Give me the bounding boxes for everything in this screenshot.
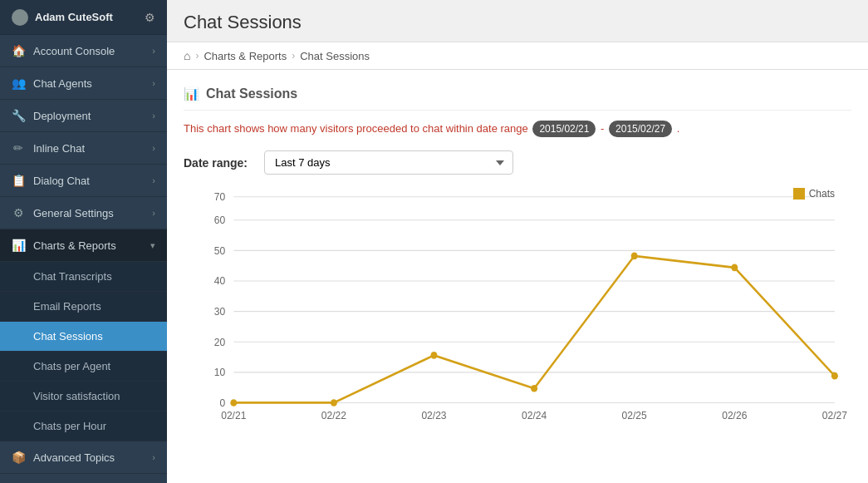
data-point-3 bbox=[531, 385, 537, 392]
chart-container: Chats 0 10 20 30 40 bbox=[184, 188, 851, 421]
sidebar-label-general-settings: General Settings bbox=[33, 207, 114, 219]
chart-line bbox=[233, 256, 835, 403]
description-prefix: This chart shows how many visitors proce… bbox=[184, 122, 528, 135]
chevron-icon: › bbox=[152, 78, 155, 88]
description-text: This chart shows how many visitors proce… bbox=[184, 121, 851, 137]
svg-text:02/27: 02/27 bbox=[822, 409, 847, 421]
sidebar-label-account-console: Account Console bbox=[33, 45, 115, 57]
date-to-badge: 2015/02/27 bbox=[609, 121, 672, 137]
sidebar-label-chat-agents: Chat Agents bbox=[33, 77, 92, 90]
charts-icon: 📊 bbox=[12, 239, 25, 252]
breadcrumb-home-icon[interactable]: ⌂ bbox=[184, 49, 190, 62]
inline-chat-icon: ✏ bbox=[12, 141, 25, 155]
svg-text:20: 20 bbox=[214, 336, 225, 347]
sidebar-item-account-console[interactable]: 🏠 Account Console › bbox=[0, 35, 167, 67]
date-range-select[interactable]: Last 7 days Last 30 days Last 90 days Cu… bbox=[264, 150, 513, 175]
sidebar-label-charts-reports: Charts & Reports bbox=[33, 239, 116, 252]
sidebar-item-general-settings[interactable]: ⚙ General Settings › bbox=[0, 197, 167, 229]
agents-icon: 👥 bbox=[12, 76, 25, 90]
breadcrumb: ⌂ › Charts & Reports › Chat Sessions bbox=[167, 42, 868, 70]
chevron-icon: › bbox=[152, 175, 155, 185]
description-dash: - bbox=[601, 122, 607, 135]
section-chart-icon: 📊 bbox=[184, 86, 199, 101]
chevron-down-icon: ▾ bbox=[150, 240, 155, 251]
settings-icon: ⚙ bbox=[12, 206, 25, 219]
main-content: Chat Sessions ⌂ › Charts & Reports › Cha… bbox=[167, 0, 868, 483]
chevron-icon: › bbox=[152, 143, 155, 153]
sidebar-item-chat-transcripts[interactable]: Chat Transcripts bbox=[0, 262, 167, 292]
data-point-1 bbox=[331, 399, 337, 407]
sidebar-user[interactable]: Adam CuteSoft bbox=[12, 9, 113, 26]
sidebar-username: Adam CuteSoft bbox=[35, 11, 113, 23]
dialog-chat-icon: 📋 bbox=[12, 174, 25, 187]
breadcrumb-sep: › bbox=[195, 50, 199, 62]
sidebar-item-dialog-chat[interactable]: 📋 Dialog Chat › bbox=[0, 165, 167, 197]
submenu-label-email-reports: Email Reports bbox=[33, 300, 101, 313]
chevron-icon: › bbox=[152, 208, 155, 218]
legend-color-swatch bbox=[793, 188, 805, 200]
data-point-0 bbox=[230, 399, 237, 407]
chat-sessions-chart: 0 10 20 30 40 50 60 70 02/21 02/22 02/23… bbox=[184, 188, 851, 421]
sidebar: Adam CuteSoft ⚙ 🏠 Account Console › 👥 Ch… bbox=[0, 0, 167, 483]
sidebar-item-advanced-topics[interactable]: 📦 Advanced Topics › bbox=[0, 441, 167, 474]
advanced-topics-icon: 📦 bbox=[12, 451, 25, 464]
svg-text:40: 40 bbox=[214, 275, 225, 287]
svg-text:02/21: 02/21 bbox=[221, 409, 246, 421]
data-point-2 bbox=[430, 352, 437, 359]
breadcrumb-sep2: › bbox=[292, 50, 295, 62]
sidebar-header: Adam CuteSoft ⚙ bbox=[0, 0, 167, 35]
sidebar-label-deployment: Deployment bbox=[33, 110, 91, 122]
date-from-badge: 2015/02/21 bbox=[532, 121, 596, 137]
svg-text:02/25: 02/25 bbox=[622, 409, 647, 421]
sidebar-item-visitor-satisfaction[interactable]: Visitor satisfaction bbox=[0, 382, 167, 412]
svg-text:60: 60 bbox=[214, 214, 225, 226]
date-range-label: Date range: bbox=[184, 156, 248, 170]
submenu-label-visitor-satisfaction: Visitor satisfaction bbox=[33, 390, 120, 402]
svg-text:50: 50 bbox=[214, 244, 225, 256]
submenu-label-chats-per-hour: Chats per Hour bbox=[33, 420, 106, 432]
page-title: Chat Sessions bbox=[184, 12, 851, 33]
data-point-6 bbox=[831, 372, 838, 380]
date-range-row: Date range: Last 7 days Last 30 days Las… bbox=[184, 150, 851, 175]
svg-text:10: 10 bbox=[214, 367, 225, 378]
chevron-icon: › bbox=[152, 452, 155, 462]
submenu-label-chats-per-agent: Chats per Agent bbox=[33, 360, 110, 372]
chart-legend: Chats bbox=[793, 188, 835, 200]
sidebar-item-email-reports[interactable]: Email Reports bbox=[0, 292, 167, 322]
svg-text:02/26: 02/26 bbox=[722, 409, 747, 421]
sidebar-item-chat-sessions[interactable]: Chat Sessions bbox=[0, 322, 167, 352]
svg-text:30: 30 bbox=[214, 306, 225, 318]
section-title: Chat Sessions bbox=[206, 86, 297, 101]
home-icon: 🏠 bbox=[12, 44, 25, 57]
svg-text:0: 0 bbox=[220, 397, 226, 408]
svg-text:02/24: 02/24 bbox=[522, 409, 547, 421]
legend-label: Chats bbox=[809, 188, 835, 200]
sidebar-item-chats-per-agent[interactable]: Chats per Agent bbox=[0, 352, 167, 382]
submenu-label-chat-sessions: Chat Sessions bbox=[33, 330, 103, 343]
sidebar-label-dialog-chat: Dialog Chat bbox=[33, 175, 90, 187]
submenu-label-chat-transcripts: Chat Transcripts bbox=[33, 270, 112, 283]
sidebar-item-chats-per-hour[interactable]: Chats per Hour bbox=[0, 412, 167, 441]
content-area: 📊 Chat Sessions This chart shows how man… bbox=[167, 70, 868, 483]
deployment-icon: 🔧 bbox=[12, 109, 25, 122]
section-header: 📊 Chat Sessions bbox=[184, 86, 851, 111]
avatar-icon bbox=[12, 9, 28, 26]
sidebar-item-chat-agents[interactable]: 👥 Chat Agents › bbox=[0, 67, 167, 100]
sidebar-label-inline-chat: Inline Chat bbox=[33, 142, 85, 155]
sidebar-item-charts-reports[interactable]: 📊 Charts & Reports ▾ bbox=[0, 229, 167, 262]
data-point-4 bbox=[631, 253, 638, 260]
breadcrumb-charts-reports[interactable]: Charts & Reports bbox=[204, 50, 287, 62]
sidebar-item-deployment[interactable]: 🔧 Deployment › bbox=[0, 100, 167, 132]
svg-text:70: 70 bbox=[214, 191, 225, 203]
description-suffix: . bbox=[677, 122, 680, 135]
chevron-icon: › bbox=[152, 46, 155, 56]
data-point-5 bbox=[731, 264, 738, 272]
sidebar-item-inline-chat[interactable]: ✏ Inline Chat › bbox=[0, 132, 167, 165]
svg-text:02/22: 02/22 bbox=[321, 409, 346, 421]
svg-text:02/23: 02/23 bbox=[421, 409, 446, 421]
page-title-bar: Chat Sessions bbox=[167, 0, 868, 42]
settings-gear-button[interactable]: ⚙ bbox=[145, 11, 155, 24]
breadcrumb-current: Chat Sessions bbox=[300, 50, 370, 62]
chevron-icon: › bbox=[152, 111, 155, 121]
sidebar-label-advanced-topics: Advanced Topics bbox=[33, 451, 115, 464]
